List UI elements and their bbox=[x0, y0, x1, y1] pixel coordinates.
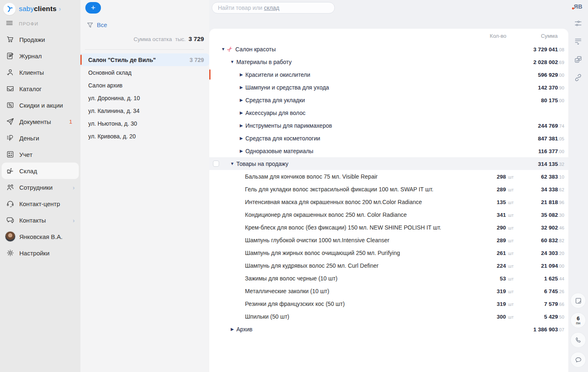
search-placeholder: Найти товар или склад bbox=[218, 5, 279, 11]
warehouse-list-item[interactable]: Салон "Стиль де Виль"3 729 bbox=[80, 53, 209, 66]
stock-product-row[interactable]: Бальзам для кончиков волос 75 мл. Visibl… bbox=[209, 170, 568, 183]
stock-product-row[interactable]: Интенсивная маска для окрашенных волос 2… bbox=[209, 195, 568, 208]
item-label: Шампуни и средства для ухода bbox=[245, 84, 467, 91]
qty-value: 289 bbox=[496, 237, 506, 243]
sidebar-item-journal[interactable]: Журнал bbox=[0, 48, 80, 64]
note-icon[interactable] bbox=[571, 293, 586, 308]
expand-arrow-icon[interactable]: ▶ bbox=[239, 149, 244, 153]
expand-arrow-icon[interactable]: ▶ bbox=[239, 85, 244, 90]
expand-arrow-icon[interactable]: ▶ bbox=[230, 327, 235, 331]
sliders-icon[interactable] bbox=[574, 19, 583, 28]
add-button[interactable]: + bbox=[85, 2, 101, 14]
calendar-widget[interactable]: 6пн bbox=[571, 313, 586, 328]
chat-icon[interactable] bbox=[571, 352, 586, 367]
sidebar-item-label: Контакты bbox=[19, 217, 46, 224]
sidebar-item-contact-center[interactable]: Контакт-центр bbox=[0, 195, 80, 212]
row-checkbox[interactable] bbox=[213, 161, 219, 167]
stock-folder-row[interactable]: ▶Красители и окислители596 929.00 bbox=[209, 68, 568, 81]
stock-product-row[interactable]: Шампунь глубокой очистки 1000 мл.Intensi… bbox=[209, 234, 568, 246]
stock-folder-row[interactable]: ▼Материалы в работу2 028 002.69 bbox=[209, 55, 568, 68]
stock-product-row[interactable]: Шампунь для жирных волос очищающий 250 м… bbox=[209, 246, 568, 259]
sum-cell: 142 370.90 bbox=[516, 84, 564, 91]
list-menu-icon[interactable] bbox=[574, 37, 583, 46]
tasks-icon[interactable] bbox=[574, 55, 583, 64]
column-header-qty[interactable]: Кол-во bbox=[467, 33, 516, 39]
workspace-row: ПРОФИ bbox=[0, 16, 80, 31]
cart-icon bbox=[5, 34, 16, 44]
expand-arrow-icon[interactable]: ▶ bbox=[239, 123, 244, 128]
item-label: Инструменты для парикмахеров bbox=[245, 122, 467, 129]
chevron-right-icon[interactable]: › bbox=[59, 5, 61, 13]
search-scope-link[interactable]: склад bbox=[264, 5, 279, 11]
sum-decimals: .08 bbox=[558, 47, 564, 52]
collapse-arrow-icon[interactable]: ▼ bbox=[221, 47, 226, 51]
stock-card: Кол-во Сумма ▼✂Салон красоты3 729 041.08… bbox=[209, 29, 568, 372]
stock-folder-row[interactable]: ▶Одноразовые материалы116 377.00 bbox=[209, 145, 568, 157]
stock-product-row[interactable]: Зажимы для волос черные (10 шт)53шт1 625… bbox=[209, 272, 568, 285]
contacts-icon bbox=[5, 215, 16, 225]
sidebar-item-user[interactable]: Янковская В.А. bbox=[0, 228, 80, 245]
phone-icon[interactable] bbox=[571, 333, 586, 347]
stock-folder-row[interactable]: ▶Средства для косметологии847 381.05 bbox=[209, 132, 568, 145]
stock-product-row[interactable]: Металлические заколки (10 шт)319шт6 745.… bbox=[209, 285, 568, 297]
user-initials-badge[interactable]: ЯВ bbox=[574, 3, 582, 10]
sidebar-item-employees[interactable]: Сотрудники› bbox=[0, 179, 80, 195]
stock-product-row[interactable]: Шампунь для кудрявых волос 250 мл. Curl … bbox=[209, 259, 568, 272]
stock-product-row[interactable]: Шпильки (50 шт)300шт5 429.50 bbox=[209, 310, 568, 323]
sum-cell: 3 729 041.08 bbox=[516, 46, 564, 53]
headset-icon bbox=[5, 199, 16, 209]
sidebar-item-accounting[interactable]: Учет bbox=[0, 146, 80, 163]
warehouse-list-item[interactable]: Салон архив bbox=[80, 79, 209, 92]
stock-folder-row[interactable]: ▼Товары на продажу314 135.32 bbox=[209, 157, 568, 170]
stock-folder-row[interactable]: ▶Аксессуары для волос bbox=[209, 106, 568, 119]
sidebar-item-discounts[interactable]: Скидки и акции bbox=[0, 97, 80, 113]
stock-tree: ▼✂Салон красоты3 729 041.08▼Материалы в … bbox=[209, 43, 568, 335]
expand-arrow-icon[interactable]: ▶ bbox=[239, 136, 244, 140]
sidebar-item-settings[interactable]: Настройки bbox=[0, 245, 80, 261]
stock-folder-row[interactable]: ▶Инструменты для парикмахеров244 769.74 bbox=[209, 119, 568, 132]
menu-icon[interactable] bbox=[6, 19, 13, 28]
sidebar-item-documents[interactable]: Документы1 bbox=[0, 113, 80, 130]
expand-arrow-icon[interactable]: ▶ bbox=[239, 72, 244, 77]
stock-folder-row[interactable]: ▼✂Салон красоты3 729 041.08 bbox=[209, 43, 568, 55]
expand-arrow-icon[interactable]: ▶ bbox=[239, 110, 244, 115]
item-label: Салон красоты bbox=[235, 46, 467, 53]
column-header-sum[interactable]: Сумма bbox=[516, 33, 564, 39]
stock-folder-row[interactable]: ▶Средства для укладки80 175.00 bbox=[209, 94, 568, 106]
stock-folder-row[interactable]: ▶Шампуни и средства для ухода142 370.90 bbox=[209, 81, 568, 94]
item-label: Бальзам для кончиков волос 75 мл. Visibl… bbox=[245, 173, 467, 180]
accounting-icon bbox=[5, 149, 16, 159]
stock-product-row[interactable]: Резинки для французских кос (50 шт)319шт… bbox=[209, 297, 568, 310]
warehouse-icon bbox=[5, 166, 16, 176]
collapse-arrow-icon[interactable]: ▼ bbox=[230, 60, 235, 64]
warehouse-list-item[interactable]: ул. Доронина, д. 10 bbox=[80, 92, 209, 104]
filter-button[interactable]: Все bbox=[80, 21, 209, 30]
qty-value: 53 bbox=[500, 276, 506, 282]
warehouse-name: ул. Ньютона, д. 30 bbox=[88, 120, 137, 127]
stock-product-row[interactable]: Крем-блеск для волос (без фиксации) 150 … bbox=[209, 221, 568, 234]
sidebar-item-warehouse[interactable]: Склад bbox=[2, 163, 79, 179]
stock-product-row[interactable]: Кондиционер для окрашенных волос 250 мл.… bbox=[209, 208, 568, 221]
logo[interactable]: sabyclients › bbox=[0, 2, 80, 16]
search-input[interactable]: Найти товар или склад bbox=[212, 2, 335, 14]
sidebar-item-clients[interactable]: Клиенты bbox=[0, 64, 80, 80]
stock-product-row[interactable]: Гель для укладки волос экстрасильной фик… bbox=[209, 183, 568, 195]
scissors-icon: ✂ bbox=[225, 44, 235, 54]
sidebar-item-catalog[interactable]: Каталог bbox=[0, 80, 80, 97]
sidebar-item-sales[interactable]: Продажи bbox=[0, 31, 80, 48]
table-header: Кол-во Сумма bbox=[209, 29, 568, 43]
stock-folder-row[interactable]: ▶Архив1 386 903.07 bbox=[209, 323, 568, 335]
sum-cell: 847 381.05 bbox=[516, 135, 564, 142]
calendar-day: 6 bbox=[577, 316, 579, 321]
warehouse-list-item[interactable]: ул. Калинина, д. 34 bbox=[80, 104, 209, 117]
sum-value: 2 028 002 bbox=[533, 59, 558, 65]
item-label: Шампунь глубокой очистки 1000 мл.Intensi… bbox=[245, 237, 467, 243]
warehouse-list-item[interactable]: ул. Кривова, д. 20 bbox=[80, 130, 209, 142]
sidebar-item-money[interactable]: Деньги bbox=[0, 130, 80, 146]
warehouse-list-item[interactable]: Основной склад bbox=[80, 66, 209, 79]
warehouse-list-item[interactable]: ул. Ньютона, д. 30 bbox=[80, 117, 209, 130]
expand-arrow-icon[interactable]: ▶ bbox=[239, 98, 244, 102]
sidebar-item-contacts[interactable]: Контакты› bbox=[0, 212, 80, 228]
collapse-arrow-icon[interactable]: ▼ bbox=[230, 161, 235, 166]
link-icon[interactable] bbox=[574, 73, 583, 82]
